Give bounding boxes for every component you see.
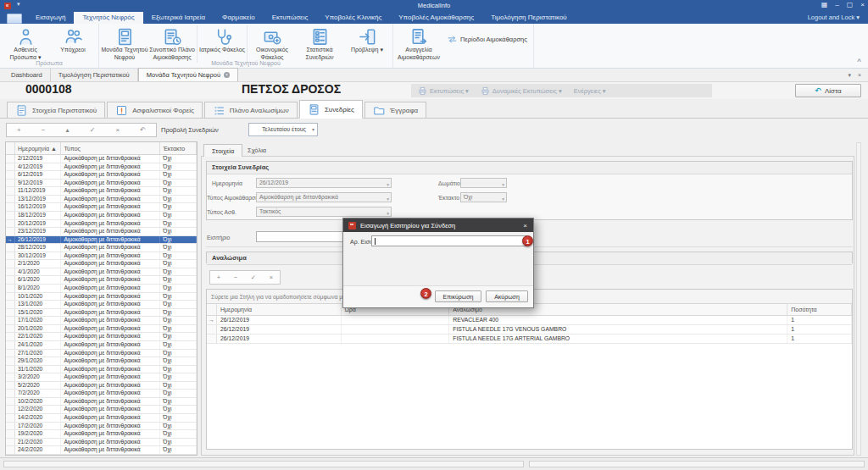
sessions-add-button[interactable]: + <box>17 126 21 134</box>
actions-menu[interactable]: Ενέργειες ▾ <box>574 87 606 95</box>
theme-button[interactable]: ▦ <box>821 1 828 8</box>
ribbon-item-obligors[interactable]: Υπόχρεοι <box>49 25 97 54</box>
sub-tab-insurance-carriers[interactable]: Ασφαλιστικοί Φορείς <box>107 102 203 118</box>
session-row[interactable]: 21/2/2020Αιμοκάθαρση με διττανθρακικάΌχι <box>6 439 197 447</box>
sub-tab-consumables-plan[interactable]: Πλάνο Αναλωσίμων <box>204 102 298 118</box>
menu-tab-1[interactable]: Εισαγωγή <box>27 12 74 24</box>
sub-tab-documents[interactable]: Έγγραφα <box>364 102 426 118</box>
doc-tab-3[interactable]: Μονάδα Τεχνητού Νεφρού× <box>138 68 238 81</box>
sessions-cross-button[interactable]: × <box>115 126 120 134</box>
menu-tab-5[interactable]: Εκτυπώσεις <box>264 12 317 24</box>
consumable-row[interactable]: →26/12/2019REVACLEAR 4001 <box>207 316 852 325</box>
menu-tab-4[interactable]: Φαρμακείο <box>214 12 264 24</box>
session-row[interactable]: 16/12/2019Αιμοκάθαρση με διττανθρακικάΌχ… <box>6 203 197 212</box>
consumables-check-button[interactable]: ✓ <box>251 274 256 281</box>
cons-column-header-1[interactable]: Ημερομηνία <box>217 304 342 315</box>
session-row[interactable]: 2/1/2020Αιμοκάθαρση με διττανθρακικάΌχι <box>6 260 197 268</box>
sessions-undo-button[interactable]: ↶ <box>140 126 146 134</box>
file-menu-icon[interactable] <box>7 14 22 24</box>
session-row[interactable]: 13/1/2020Αιμοκάθαρση με διττανθρακικάΌχι <box>6 301 197 309</box>
sub-tab-case-details[interactable]: Στοιχεία Περιστατικού <box>7 102 105 118</box>
details-tab-sxolia[interactable]: Σχόλια <box>240 144 274 157</box>
ribbon-item-financial-file[interactable]: Οικονομικός Φάκελος <box>248 25 296 62</box>
consumables-remove-button[interactable]: − <box>234 274 237 281</box>
ribbon-item-dialysis-periods[interactable]: Περίοδοι Αιμοκάθαρσης <box>442 34 531 45</box>
session-row[interactable]: 9/12/2019Αιμοκάθαρση με διττανθρακικάΌχι <box>6 180 197 188</box>
menu-tab-6[interactable]: Υποβολές Κλινικής <box>316 12 390 24</box>
ribbon-item-dialysis-summary-plan[interactable]: Συνοπτικό Πλάνο Αιμοκάθαρσης <box>148 25 196 62</box>
tab-scroll-caret-icon[interactable]: ▾ <box>848 72 851 79</box>
logout-button[interactable]: Logout and Lock ▾ <box>808 12 868 24</box>
session-row[interactable]: 11/12/2019Αιμοκάθαρση με διττανθρακικάΌχ… <box>6 187 197 196</box>
session-row[interactable]: 24/2/2020Αιμοκάθαρση με διττανθρακικάΌχι <box>6 446 197 455</box>
cancel-button[interactable]: Ακύρωση <box>486 290 528 302</box>
session-row[interactable]: 4/1/2020Αιμοκάθαρση με διττανθρακικάΌχι <box>6 268 197 277</box>
consumables-cross-button[interactable]: × <box>270 274 273 281</box>
ribbon-item-dialysis-announcement[interactable]: Αναγγελία Αιμοκαθάρσεων <box>395 25 442 62</box>
session-row[interactable]: 3/2/2020Αιμοκάθαρση με διττανθρακικάΌχι <box>6 373 197 382</box>
session-row[interactable]: 19/2/2020Αιμοκάθαρση με διττανθρακικάΌχι <box>6 430 197 439</box>
column-header-3[interactable]: Έκτακτο <box>160 142 197 154</box>
session-row[interactable]: 8/1/2020Αιμοκάθαρση με διττανθρακικάΌχι <box>6 285 197 293</box>
cons-column-header-4[interactable]: Ποσότητα <box>787 304 852 315</box>
session-row[interactable]: 20/1/2020Αιμοκάθαρση με διττανθρακικάΌχι <box>6 325 197 334</box>
session-row[interactable]: 10/2/2020Αιμοκάθαρση με διττανθρακικάΌχι <box>6 398 197 406</box>
ticket-number-input[interactable] <box>371 235 527 246</box>
session-row[interactable]: 22/1/2020Αιμοκάθαρση με διττανθρακικάΌχι <box>6 333 197 341</box>
list-button[interactable]: ↶ Λίστα <box>795 84 861 97</box>
session-row[interactable]: 10/1/2020Αιμοκάθαρση με διττανθρακικάΌχι <box>6 293 197 301</box>
ribbon-item-session-statistics[interactable]: Στατιστικά Συνεδριών <box>296 25 343 62</box>
session-row[interactable]: 17/1/2020Αιμοκάθαρση με διττανθρακικάΌχι <box>6 317 197 325</box>
ribbon-item-artificial-kidney-unit[interactable]: Μονάδα Τεχνητού Νεφρού <box>101 25 148 62</box>
vertical-scrollbar[interactable] <box>856 142 861 456</box>
tab-close-button[interactable]: × <box>858 72 861 78</box>
session-row[interactable]: 6/12/2019Αιμοκάθαρση με διττανθρακικάΌχι <box>6 171 197 180</box>
dialog-close-icon[interactable]: × <box>517 222 533 229</box>
session-row[interactable]: 13/12/2019Αιμοκάθαρση με διττανθρακικάΌχ… <box>6 196 197 204</box>
session-row[interactable]: 30/12/2019Αιμοκάθαρση με διττανθρακικάΌχ… <box>6 252 197 261</box>
consumables-add-button[interactable]: + <box>217 274 220 281</box>
tab-close-icon[interactable]: × <box>224 72 230 78</box>
session-row[interactable]: 29/1/2020Αιμοκάθαρση με διττανθρακικάΌχι <box>6 357 197 366</box>
session-row[interactable]: 23/12/2019Αιμοκάθαρση με διττανθρακικάΌχ… <box>6 228 197 236</box>
ribbon-collapse-icon[interactable]: ^ <box>857 58 861 65</box>
session-row[interactable]: 14/2/2020Αιμοκάθαρση με διττανθρακικάΌχι <box>6 414 197 423</box>
ribbon-item-medical-file[interactable]: Ιατρικός Φάκελος <box>198 25 246 54</box>
menu-tab-2[interactable]: Τεχνητός Νεφρός <box>74 12 142 24</box>
menu-tab-8[interactable]: Τιμολόγηση Περιστατικού <box>482 12 576 24</box>
minimize-button[interactable]: – <box>835 1 838 8</box>
menu-tab-3[interactable]: Εξωτερικά Ιατρεία <box>143 12 214 24</box>
session-row[interactable]: 17/2/2020Αιμοκάθαρση με διττανθρακικάΌχι <box>6 423 197 431</box>
column-header-2[interactable]: Τύπος <box>61 142 160 154</box>
session-row[interactable]: →26/12/2019Αιμοκάθαρση με διττανθρακικάΌ… <box>6 236 197 245</box>
sessions-edit-button[interactable]: ▴ <box>66 126 70 134</box>
details-tab-stoixeia[interactable]: Στοιχεία <box>203 144 242 157</box>
session-row[interactable]: 28/12/2019Αιμοκάθαρση με διττανθρακικάΌχ… <box>6 244 197 252</box>
doc-tab-2[interactable]: Τιμολόγηση Περιστατικού <box>51 69 138 81</box>
ribbon-item-forecast[interactable]: Πρόβλεψη ▾ <box>343 25 391 54</box>
consumable-row[interactable]: 26/12/2019FISTULA NEEDLE 17G VENOUS GAMB… <box>207 325 852 335</box>
menu-tab-7[interactable]: Υποβολές Αιμοκάθαρσης <box>390 12 482 24</box>
session-row[interactable]: 7/2/2020Αιμοκάθαρση με διττανθρακικάΌχι <box>6 390 197 398</box>
session-row[interactable]: 31/1/2020Αιμοκάθαρση με διττανθρακικάΌχι <box>6 366 197 374</box>
confirm-button[interactable]: Επικύρωση <box>435 290 481 302</box>
session-row[interactable]: 12/2/2020Αιμοκάθαρση με διττανθρακικάΌχι <box>6 406 197 414</box>
prints-menu[interactable]: Εκτυπώσεις ▾ <box>418 86 469 96</box>
close-button[interactable]: × <box>860 1 865 8</box>
ribbon-item-patients-persons[interactable]: Ασθενείς Πρόσωπα ▾ <box>2 25 49 62</box>
session-row[interactable]: 4/12/2019Αιμοκάθαρση με διττανθρακικάΌχι <box>6 163 197 172</box>
doc-tab-1[interactable]: Dashboard <box>3 69 51 81</box>
column-header-1[interactable]: Ημερομηνία ▲ <box>15 142 62 154</box>
session-row[interactable]: 15/1/2020Αιμοκάθαρση με διττανθρακικάΌχι <box>6 309 197 318</box>
sub-tab-sessions[interactable]: Συνεδρίες <box>299 100 363 119</box>
dynamic-prints-menu[interactable]: Δυναμικές Εκτυπώσεις ▾ <box>481 86 562 96</box>
restore-button[interactable]: ▢ <box>847 1 854 8</box>
consumable-row[interactable]: 26/12/2019FISTULA NEEDLE 17G ARTERIAL GA… <box>207 335 852 344</box>
session-row[interactable]: 24/1/2020Αιμοκάθαρση με διττανθρακικάΌχι <box>6 341 197 350</box>
sessions-view-select[interactable]: Τελευταίου έτους <box>248 123 318 136</box>
session-row[interactable]: 20/12/2019Αιμοκάθαρση με διττανθρακικάΌχ… <box>6 220 197 229</box>
session-row[interactable]: 5/2/2020Αιμοκάθαρση με διττανθρακικάΌχι <box>6 382 197 390</box>
session-row[interactable]: 2/12/2019Αιμοκάθαρση με διττανθρακικάΌχι <box>6 155 197 163</box>
session-row[interactable]: 27/1/2020Αιμοκάθαρση με διττανθρακικάΌχι <box>6 350 197 358</box>
session-row[interactable]: 6/1/2020Αιμοκάθαρση με διττανθρακικάΌχι <box>6 276 197 285</box>
